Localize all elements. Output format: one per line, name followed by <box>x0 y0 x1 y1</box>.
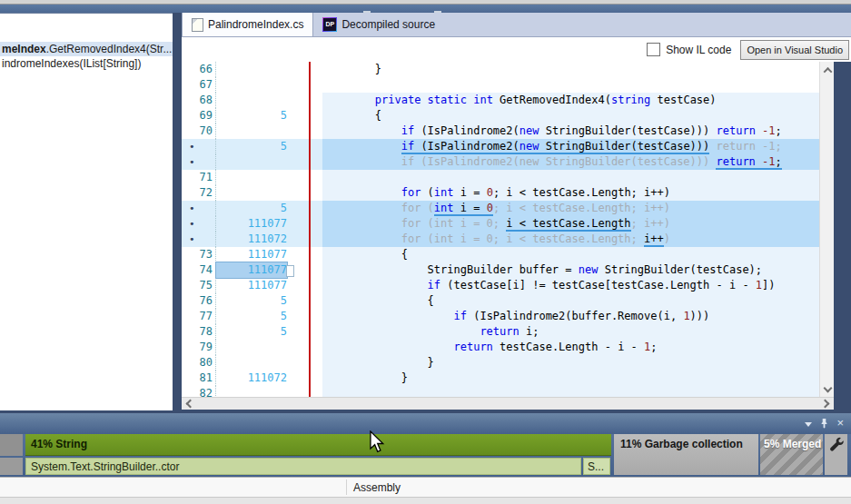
code-line-sub[interactable]: • if (IsPalindrome2(new StringBuilder(te… <box>182 154 819 170</box>
code-text: if (IsPalindrome2(new StringBuilder(test… <box>322 124 819 139</box>
scroll-right-button[interactable] <box>818 398 832 410</box>
line-number: 67 <box>185 77 216 93</box>
tab-label: Decompiled source <box>341 18 435 31</box>
bar-merged[interactable]: 5% Merged <box>760 434 823 475</box>
code-line-73[interactable]: 73111077 { <box>182 247 819 262</box>
tree-item-text: .GetRemovedIndex4(Str... <box>46 43 173 55</box>
line-number: 74 <box>185 262 216 278</box>
line-number: 70 <box>185 124 216 139</box>
code-text: } <box>322 62 819 77</box>
execution-count: 111072 <box>216 371 287 386</box>
pin-icon[interactable] <box>820 418 828 429</box>
code-text: for (int i = 0; i < testCase.Length; i++… <box>322 232 819 247</box>
code-line-68[interactable]: 68 private static int GetRemovedIndex4(s… <box>182 93 819 108</box>
code-line-75[interactable]: 75111077 if (testCase[i] != testCase[tes… <box>182 278 819 293</box>
profile-timeline: 41% String System.Text.StringBuilder..ct… <box>0 434 851 477</box>
call-tree-panel: meIndex.GetRemovedIndex4(Str... indromeI… <box>0 13 173 410</box>
bar-stringbuilder-more[interactable]: S... <box>583 458 610 475</box>
code-line-71[interactable]: 71 <box>182 170 819 185</box>
execution-count: 111077 <box>216 216 287 232</box>
tab-decompiled-source[interactable]: DP Decompiled source <box>313 13 444 36</box>
app-window: meIndex.GetRemovedIndex4(Str... indromeI… <box>0 0 851 504</box>
code-line-81[interactable]: 81111072 } <box>182 371 819 386</box>
line-number: 78 <box>185 324 216 340</box>
scroll-left-button[interactable] <box>183 398 197 410</box>
code-lines: 66 }6768 private static int GetRemovedIn… <box>182 62 819 397</box>
code-line-79[interactable]: 79 return testCase.Length - i - 1; <box>182 340 819 355</box>
horizontal-scrollbar[interactable] <box>182 397 834 410</box>
code-text: { <box>322 293 819 309</box>
tree-item-getremovedindex4[interactable]: meIndex.GetRemovedIndex4(Str... <box>0 42 173 56</box>
code-line-67[interactable]: 67 <box>182 77 819 93</box>
execution-count: 5 <box>216 309 287 324</box>
code-line-66[interactable]: 66 } <box>182 62 819 77</box>
execution-count <box>216 355 287 371</box>
line-number: 66 <box>185 62 216 77</box>
chevron-down-icon[interactable] <box>805 422 812 427</box>
scroll-down-button[interactable] <box>820 381 835 395</box>
line-number: 82 <box>185 386 216 397</box>
code-line-69[interactable]: 695 { <box>182 108 819 124</box>
code-text: { <box>322 247 819 262</box>
execution-count: 5 <box>216 139 287 154</box>
timeline-left-block[interactable] <box>0 434 23 456</box>
code-line-82[interactable]: 82 <box>182 386 819 397</box>
code-text: for (int i = 0; i < testCase.Length; i++… <box>322 216 819 232</box>
show-il-checkbox[interactable] <box>647 43 660 56</box>
vertical-scrollbar[interactable] <box>819 62 835 397</box>
execution-count <box>216 386 287 397</box>
execution-count: 5 <box>216 108 287 124</box>
line-number: 76 <box>185 293 216 309</box>
code-line-sub[interactable]: •111077 for (int i = 0; i < testCase.Len… <box>182 216 819 232</box>
bullet-marker: • <box>185 216 216 232</box>
close-icon[interactable]: × <box>836 418 844 429</box>
bottom-panel-header: × <box>0 413 851 434</box>
open-in-visual-studio-button[interactable]: Open in Visual Studio <box>740 40 849 60</box>
line-number: 79 <box>185 340 216 355</box>
code-line-sub[interactable]: •111072 for (int i = 0; i < testCase.Len… <box>182 232 819 247</box>
tab-palindromeindex-cs[interactable]: PalindromeIndex.cs <box>182 13 313 36</box>
status-divider <box>346 479 347 495</box>
code-text: for (int i = 0; i < testCase.Length; i++… <box>322 201 819 216</box>
code-text: } <box>322 371 819 386</box>
code-line-76[interactable]: 765 { <box>182 293 819 309</box>
code-line-74[interactable]: 74111077 StringBuilder buffer = new Stri… <box>182 262 819 278</box>
execution-count <box>216 340 287 355</box>
code-line-78[interactable]: 785 return i; <box>182 324 819 340</box>
tree-item-palindromeindexes[interactable]: indromeIndexes(IList[String]) <box>0 56 173 71</box>
code-editor[interactable]: 66 }6768 private static int GetRemovedIn… <box>182 62 819 397</box>
bar-garbage-collection[interactable]: 11% Garbage collection <box>614 434 758 475</box>
code-line-70[interactable]: 70 if (IsPalindrome2(new StringBuilder(t… <box>182 124 819 139</box>
code-text: { <box>322 108 819 124</box>
tree-item-bold-text: meIndex <box>2 43 46 55</box>
execution-count <box>216 124 287 139</box>
bar-string[interactable]: 41% String <box>25 434 611 456</box>
tab-label: PalindromeIndex.cs <box>208 18 303 31</box>
code-text <box>322 170 819 185</box>
show-il-label: Show IL code <box>666 44 731 56</box>
code-line-sub[interactable]: •5 if (IsPalindrome2(new StringBuilder(t… <box>182 139 819 154</box>
code-line-80[interactable]: 80 } <box>182 355 819 371</box>
line-number: 71 <box>185 170 216 185</box>
line-number: 72 <box>185 185 216 201</box>
line-number: 73 <box>185 247 216 262</box>
code-line-77[interactable]: 775 if (IsPalindrome2(buffer.Remove(i, 1… <box>182 309 819 324</box>
title-bar <box>0 5 851 13</box>
execution-count <box>216 154 287 170</box>
panel-right-edge <box>834 62 851 413</box>
timeline-left-block[interactable] <box>0 458 23 475</box>
code-line-sub[interactable]: •5 for (int i = 0; i < testCase.Length; … <box>182 201 819 216</box>
wrench-icon[interactable] <box>828 437 844 452</box>
execution-count: 111077 <box>216 262 287 278</box>
show-il-code-option[interactable]: Show IL code <box>647 43 731 56</box>
line-number: 68 <box>185 93 216 108</box>
line-number: 75 <box>185 278 216 293</box>
line-number: 81 <box>185 371 216 386</box>
scroll-up-button[interactable] <box>820 64 835 77</box>
code-text: return testCase.Length - i - 1; <box>322 340 819 355</box>
bullet-marker: • <box>185 201 216 216</box>
code-line-72[interactable]: 72 for (int i = 0; i < testCase.Length; … <box>182 185 819 201</box>
status-bar: Assembly <box>0 477 851 497</box>
bar-stringbuilder-ctor[interactable]: System.Text.StringBuilder..ctor <box>25 458 581 475</box>
execution-count: 5 <box>216 293 287 309</box>
